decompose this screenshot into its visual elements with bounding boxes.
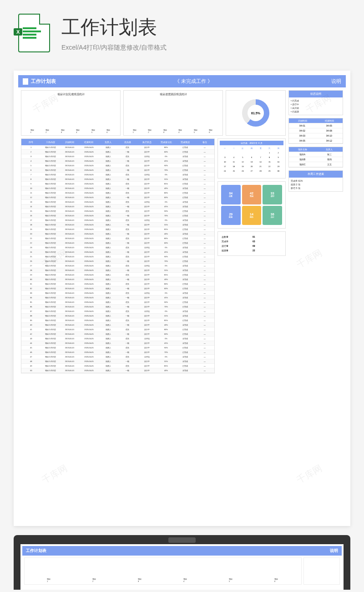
- excel-file-icon: X: [18, 14, 50, 52]
- calendar-day[interactable]: 9: [274, 155, 283, 159]
- calendar-day[interactable]: [221, 174, 229, 175]
- calendar-day[interactable]: 27: [248, 169, 256, 173]
- template-title-bar: 工作计划表 《 未完成工作 》 说明: [18, 75, 346, 87]
- calendar-day[interactable]: 10: [221, 160, 229, 164]
- calendar-month: 2023 年 4 月: [250, 142, 263, 144]
- table-row: 13项目工作内容2023-04-012023-04-05负责人优先未开始0%未完…: [21, 200, 214, 204]
- chart-bar: 项目4: [183, 577, 188, 582]
- calendar-day[interactable]: 30: [274, 169, 283, 173]
- table-row: 23项目工作内容2023-04-012023-04-05负责人优先未开始0%未完…: [21, 245, 214, 250]
- bottom-side: 说明: [330, 548, 338, 554]
- calendar-day[interactable]: 3: [221, 155, 229, 159]
- calendar-day[interactable]: 11: [230, 160, 238, 164]
- table-row: 26项目工作内容2023-04-012023-04-05负责人一般执行中70%已…: [21, 259, 214, 264]
- table-row: 3项目工作内容2023-04-012023-04-05负责人优先未开始0%未完成…: [21, 154, 214, 159]
- table-row: 21项目工作内容2023-04-012023-04-05负责人优先执行中80%已…: [21, 236, 214, 241]
- calendar-day[interactable]: 7: [256, 155, 265, 159]
- document-icon: [23, 78, 28, 85]
- table-row: 37项目工作内容2023-04-012023-04-05负责人优先未开始0%未完…: [21, 309, 214, 314]
- calendar-day[interactable]: 4: [230, 155, 238, 159]
- chart-bar: 项目1: [47, 577, 51, 582]
- header-right-text: 《 未完成工作 》: [175, 78, 212, 85]
- table-header-cell: 备注: [195, 140, 214, 144]
- calendar-day[interactable]: 26: [238, 169, 247, 173]
- table-row: 12项目工作内容2023-04-012023-04-05负责人一般执行中60%已…: [21, 195, 214, 200]
- table-row: 9项目工作内容2023-04-012023-04-05负责人优先执行中85%已完…: [21, 182, 214, 186]
- stat-card: 29延期: [221, 206, 241, 225]
- calendar-day[interactable]: [230, 151, 238, 155]
- chart-title: 项目计划完成情况统计: [23, 92, 118, 97]
- calendar-day[interactable]: [221, 151, 229, 155]
- table-row: 24项目工作内容2023-04-012023-04-05负责人一般执行中45%未…: [21, 250, 214, 255]
- calendar-day[interactable]: 1: [265, 151, 274, 155]
- table-row: 48项目工作内容2023-04-012023-04-05负责人一般执行中55%未…: [21, 359, 214, 364]
- calendar-day[interactable]: 29: [265, 169, 274, 173]
- table-row: 42项目工作内容2023-04-012023-04-05负责人一般执行中60%已…: [21, 332, 214, 337]
- table-row: 30项目工作内容2023-04-012023-04-05负责人一般执行中40%未…: [21, 277, 214, 282]
- stat-card: 36总计: [263, 206, 282, 225]
- chart-bar: 项目1: [133, 128, 137, 133]
- chart-title: 项目进度跟踪情况统计: [126, 92, 221, 97]
- calendar-day[interactable]: 20: [248, 164, 256, 168]
- table-row: 33项目工作内容2023-04-012023-04-05负责人优先未开始0%未完…: [21, 291, 214, 296]
- chart-bar: 项目6: [106, 128, 111, 133]
- calendar-day[interactable]: [248, 151, 256, 155]
- table-row: 45项目工作内容2023-04-012023-04-05负责人优先执行中90%已…: [21, 346, 214, 350]
- table-row: 22项目工作内容2023-04-012023-04-05负责人一般执行中60%已…: [21, 241, 214, 245]
- calendar-title: 日历表: [241, 142, 248, 144]
- table-row: 5项目工作内容2023-04-012023-04-05负责人优先执行中90%已完…: [21, 163, 214, 168]
- stat-card: 42完成: [242, 185, 262, 204]
- donut-chart: 61.5%: [226, 90, 286, 136]
- bottom-bar-chart: 项目1项目2项目3项目4项目5项目6: [24, 557, 302, 585]
- calendar-day[interactable]: 17: [221, 164, 229, 168]
- table-header-cell: 优先级: [118, 140, 137, 144]
- table-row: 15项目工作内容2023-04-012023-04-05负责人优先执行中90%已…: [21, 209, 214, 214]
- calendar-day[interactable]: 12: [238, 160, 247, 164]
- calendar-day[interactable]: 28: [256, 169, 265, 173]
- table-header-cell: 序号: [21, 140, 40, 144]
- bottom-title: 工作计划表: [26, 548, 46, 554]
- chart-bar: 项目4: [76, 128, 81, 133]
- calendar-day[interactable]: 8: [265, 155, 274, 159]
- table-row: 1项目工作内容2023-04-012023-04-05负责人优先执行中80%已完…: [21, 145, 214, 150]
- table-row: 25项目工作内容2023-04-012023-04-05负责人优先执行中90%已…: [21, 255, 214, 259]
- calendar-day[interactable]: 21: [256, 164, 265, 168]
- calendar-day[interactable]: 19: [238, 164, 247, 168]
- table-row: 46项目工作内容2023-04-012023-04-05负责人一般执行中70%已…: [21, 350, 214, 355]
- donut-value: 61.5%: [251, 112, 260, 115]
- stat-card: 04总数: [221, 185, 241, 204]
- charts-row: 项目计划完成情况统计 项目1项目2项目3项目4项目5项目6 项目进度跟踪情况统计…: [21, 90, 286, 136]
- table-row: 28项目工作内容2023-04-012023-04-05负责人一般执行中55%未…: [21, 268, 214, 273]
- watermark: 千库网: [294, 462, 324, 486]
- table-row: 7项目工作内容2023-04-012023-04-05负责人优先未开始0%未完成…: [21, 173, 214, 177]
- calendar-day[interactable]: 5: [238, 155, 247, 159]
- table-row: 19项目工作内容2023-04-012023-04-05负责人优先执行中85%已…: [21, 227, 214, 232]
- calendar-day[interactable]: 15: [265, 160, 274, 164]
- summary-panel: 总数量91完成率63进行量69延期量22: [217, 231, 286, 256]
- table-row: 6项目工作内容2023-04-012023-04-05负责人一般执行中70%已完…: [21, 168, 214, 173]
- table-header-cell: 完成百分比: [157, 140, 176, 144]
- calendar-day[interactable]: 6: [248, 155, 256, 159]
- calendar-day[interactable]: 23: [274, 164, 283, 168]
- calendar-day[interactable]: [238, 151, 247, 155]
- table-row: 18项目工作内容2023-04-012023-04-05负责人一般执行中55%未…: [21, 223, 214, 227]
- side-table-2: 项目名称负责人项目A张三项目B李四项目C王五: [288, 147, 343, 168]
- table-header-cell: 负责人: [99, 140, 118, 144]
- stat-card: 33进行: [263, 185, 282, 204]
- calendar-day[interactable]: 16: [274, 160, 283, 164]
- clipboard-preview: 工作计划表说明 项目1项目2项目3项目4项目5项目6: [14, 535, 350, 590]
- calendar-day[interactable]: 22: [265, 164, 274, 168]
- table-row: 34项目工作内容2023-04-012023-04-05负责人一般执行中45%未…: [21, 296, 214, 300]
- calendar-day[interactable]: [256, 151, 265, 155]
- calendar-day[interactable]: 2: [274, 151, 283, 155]
- calendar-day[interactable]: 18: [230, 164, 238, 168]
- table-row: 50项目工作内容2023-04-012023-04-05负责人一般执行中40%未…: [21, 368, 214, 373]
- table-row: 20项目工作内容2023-04-012023-04-05负责人一般执行中40%未…: [21, 232, 214, 236]
- calendar-day[interactable]: 14: [256, 160, 265, 164]
- page-subtitle: Excel/A4打印/内容随意修改/自带格式: [61, 44, 167, 52]
- chart-bar: 项目3: [163, 128, 168, 133]
- calendar-day[interactable]: 25: [230, 169, 238, 173]
- calendar-day[interactable]: 24: [221, 169, 229, 173]
- calendar-day[interactable]: 13: [248, 160, 256, 164]
- bottom-side-panel: [303, 557, 340, 585]
